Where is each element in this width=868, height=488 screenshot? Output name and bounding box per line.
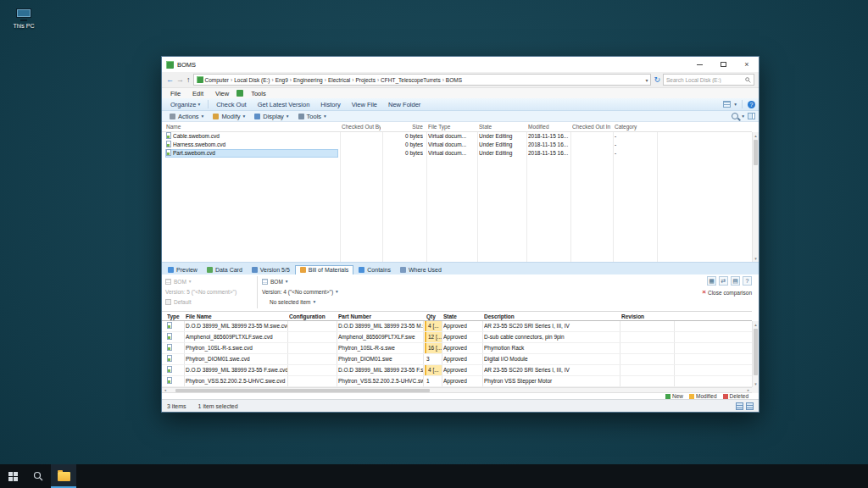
desktop-icon-this-pc[interactable]: This PC	[2, 8, 46, 29]
tab-bill-of-materials[interactable]: Bill of Materials	[295, 265, 353, 274]
help-icon[interactable]: ?	[748, 101, 755, 108]
close-comparison-button[interactable]: × Close comparison	[702, 289, 752, 296]
forward-icon[interactable]: →	[176, 76, 184, 84]
bom-row[interactable]: Phytron_DIOM01.swe.cvd Phytron_DIOM01.sw…	[162, 354, 752, 365]
column-header-checked-out-by[interactable]: Checked Out By	[342, 122, 381, 132]
tab-data-card[interactable]: Data Card	[203, 266, 247, 274]
bom-grid-icon[interactable]: ▦	[707, 276, 716, 286]
column-header-state[interactable]: State	[479, 122, 525, 132]
history-button[interactable]: History	[315, 100, 345, 109]
display-menu[interactable]: Display▾	[250, 113, 292, 120]
tab-preview[interactable]: Preview	[164, 266, 202, 274]
file-row-cable[interactable]: Cable.swebom.cvd 0 bytes Virtual docum..…	[162, 132, 752, 141]
column-header-modified[interactable]: Modified	[528, 122, 569, 132]
column-header-size[interactable]: Size	[384, 122, 423, 132]
layout-grid-icon[interactable]	[736, 402, 743, 410]
cell-state: Approved	[443, 365, 482, 375]
change-view-icon[interactable]	[723, 101, 731, 108]
tools-menu[interactable]: Tools▾	[294, 113, 331, 120]
organize-button[interactable]: Organize▾	[165, 100, 205, 109]
compare-icon[interactable]: ⇄	[719, 276, 728, 286]
scrollbar-thumb[interactable]	[754, 329, 758, 375]
cell-description: Phymotion Rack	[484, 343, 620, 353]
cell-type	[167, 343, 184, 353]
menu-file[interactable]: File	[164, 90, 186, 97]
menu-view[interactable]: View	[209, 90, 235, 97]
bom-selector[interactable]: BOM▾	[262, 276, 338, 286]
breadcrumb-boms[interactable]: BOMS	[446, 77, 462, 83]
scroll-down-icon[interactable]: ▾	[753, 380, 759, 387]
breadcrumb-projects[interactable]: Projects	[355, 77, 375, 83]
new-folder-button[interactable]: New Folder	[383, 100, 426, 109]
cell-type	[167, 321, 184, 331]
up-icon[interactable]: ↑	[186, 76, 191, 84]
cell-configuration	[289, 343, 337, 353]
minimize-button[interactable]	[687, 57, 711, 72]
deleted-color-swatch	[723, 394, 728, 399]
menu-edit[interactable]: Edit	[186, 90, 209, 97]
file-list-body: Cable.swebom.cvd 0 bytes Virtual docum..…	[162, 132, 752, 262]
tab-version[interactable]: Version 5/5	[248, 266, 294, 274]
bom-row[interactable]: Phytron_VSS.52.200.2.5-UHVC.swe.cvd Phyt…	[162, 376, 752, 387]
layout-list-icon[interactable]	[746, 402, 754, 410]
pdm-menu-icon[interactable]	[236, 90, 243, 97]
close-button[interactable]: ×	[735, 57, 759, 72]
cell-type	[167, 376, 184, 386]
scroll-up-icon[interactable]: ▴	[753, 321, 759, 328]
bom-help-icon[interactable]: ?	[743, 276, 752, 286]
bom-row[interactable]: D.O.D 38999_MIL 38999 23-55 M.swe.cvd D.…	[162, 321, 752, 332]
version-selector[interactable]: Version: 4 ("<No comment>")▾	[262, 286, 338, 297]
maximize-button[interactable]	[711, 57, 735, 72]
bom-row[interactable]: Phytron_10SL-R-s.swe.cvd Phytron_10SL-R-…	[162, 343, 752, 354]
cell-description: Digital I/O Module	[484, 354, 620, 364]
bom-horizontal-scrollbar[interactable]: ◂ ▸	[162, 387, 752, 393]
scroll-left-icon[interactable]: ◂	[162, 388, 169, 393]
breadcrumb-cfht-telescopeturrets[interactable]: CFHT_TelescopeTurrets	[381, 77, 441, 83]
scroll-down-icon[interactable]: ▾	[753, 255, 759, 262]
new-color-swatch	[665, 394, 670, 399]
panes-icon[interactable]	[748, 113, 755, 119]
bom-row[interactable]: D.O.D 38999_MIL 38999 23-55 F.swe.cvd D.…	[162, 365, 752, 376]
menu-tools[interactable]: Tools	[245, 90, 272, 97]
start-button[interactable]	[0, 464, 25, 488]
taskbar-file-explorer-button[interactable]	[51, 464, 76, 488]
column-header-checked-out-in[interactable]: Checked Out In	[572, 122, 611, 132]
bom-scrollbar[interactable]: ▴ ▾	[752, 321, 759, 387]
taskbar-search-button[interactable]	[25, 464, 51, 488]
bom-row[interactable]: Amphenol_865609PLTXLF.swe.cvd Amphenol_8…	[162, 332, 752, 343]
back-icon[interactable]: ←	[166, 76, 174, 84]
file-row-part-selected[interactable]: Part.swebom.cvd 0 bytes Virtual docum...…	[162, 149, 752, 158]
zoom-icon[interactable]	[732, 113, 738, 119]
column-header-file-type[interactable]: File Type	[428, 122, 476, 132]
breadcrumb-engineering[interactable]: Engineering	[293, 77, 323, 83]
breadcrumb-eng9[interactable]: Eng9	[275, 77, 288, 83]
title-bar[interactable]: BOMS ×	[162, 57, 759, 72]
tab-where-used[interactable]: Where Used	[396, 266, 446, 274]
search-input[interactable]	[666, 77, 743, 83]
get-latest-version-button[interactable]: Get Latest Version	[253, 100, 315, 109]
breadcrumb-computer[interactable]: Computer	[205, 77, 230, 83]
chevron-down-icon[interactable]: ▾	[742, 114, 744, 119]
tab-contains[interactable]: Contains	[354, 266, 395, 274]
modify-menu[interactable]: Modify▾	[209, 113, 249, 120]
column-header-name[interactable]: Name	[165, 122, 338, 132]
file-list-scrollbar[interactable]: ▴ ▾	[752, 132, 759, 262]
scrollbar-thumb[interactable]	[175, 389, 430, 392]
command-toolbar: Organize▾ Check Out Get Latest Version H…	[162, 98, 759, 111]
version-icon	[252, 267, 258, 273]
scrollbar-thumb[interactable]	[754, 140, 758, 165]
view-file-button[interactable]: View File	[347, 100, 382, 109]
selection-selector[interactable]: No selected item▾	[262, 297, 338, 307]
check-out-button[interactable]: Check Out	[211, 100, 251, 109]
breadcrumb-local-disk[interactable]: Local Disk (E:)	[234, 77, 270, 83]
scroll-up-icon[interactable]: ▴	[753, 132, 759, 139]
breadcrumb-electrical[interactable]: Electrical	[328, 77, 350, 83]
row-view-icon[interactable]: ▤	[731, 276, 740, 286]
chevron-down-icon[interactable]: ▾	[734, 102, 737, 107]
search-box[interactable]	[663, 74, 754, 86]
refresh-icon[interactable]: ↻	[654, 75, 660, 84]
breadcrumb-dropdown-icon[interactable]: ▾	[645, 77, 648, 83]
column-header-category[interactable]: Category	[615, 122, 655, 132]
actions-menu[interactable]: Actions▾	[165, 113, 208, 120]
file-row-harness[interactable]: Harness.swebom.cvd 0 bytes Virtual docum…	[162, 141, 752, 149]
